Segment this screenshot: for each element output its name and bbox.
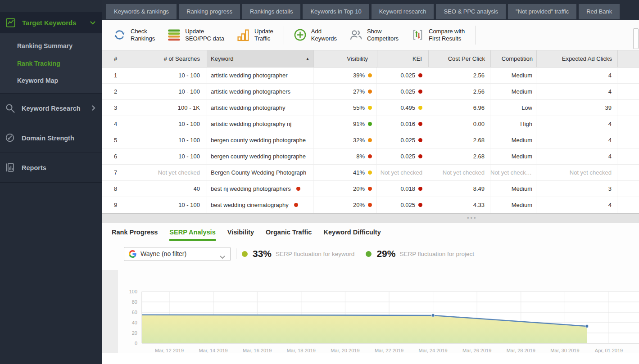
kei-status-dot <box>418 203 422 207</box>
cell-kei: 0.025 <box>377 148 428 164</box>
top-tab-keyword-research[interactable]: Keyword research <box>372 4 434 19</box>
sidebar-item-keyword-research[interactable]: Keyword Research <box>0 93 102 123</box>
table-row[interactable]: 510 - 100bergen county wedding photograp… <box>102 132 639 148</box>
show-competitors-button[interactable]: ShowCompetitors <box>349 28 399 42</box>
column-header-of-searches[interactable]: # of Searches <box>129 50 207 67</box>
update-seo-ppc-data-button[interactable]: UpdateSEO/PPC data <box>167 28 224 42</box>
table-row[interactable]: 110 - 100artistic wedding photographer39… <box>102 67 639 84</box>
sidebar-item-ranking-summary[interactable]: Ranking Summary <box>0 41 102 50</box>
cell-filler <box>617 84 639 99</box>
visibility-value: 8% <box>356 153 365 160</box>
cell-visibility: 41% <box>313 165 377 180</box>
cell-searches: 10 - 100 <box>129 84 207 99</box>
kei-status-dot <box>418 187 422 191</box>
row-number: 2 <box>114 88 117 95</box>
sidebar-item-rank-tracking[interactable]: Rank Tracking <box>0 59 102 68</box>
cpc-value: 8.49 <box>473 185 485 192</box>
toolbar-divider <box>475 26 476 45</box>
cell-cost-per-click: 2.56 <box>428 84 490 99</box>
reports-icon <box>5 162 16 173</box>
tab-visibility[interactable]: Visibility <box>227 229 254 241</box>
searches-value: 10 - 100 <box>178 121 200 127</box>
column-header-visibility[interactable]: Visibility <box>314 50 377 67</box>
compare-with-first-results-button[interactable]: Compare withFirst Results <box>411 28 465 42</box>
cell-competition: Medium <box>490 148 536 164</box>
searches-value: 10 - 100 <box>178 88 200 95</box>
keyword-value: artistic wedding photographers <box>211 88 290 95</box>
tab-keyword-difficulty[interactable]: Keyword Difficulty <box>323 229 381 241</box>
cell-cost-per-click: 8.49 <box>428 181 490 197</box>
table-row[interactable]: 910 - 100best wedding cinematography20%0… <box>102 197 639 213</box>
cell-expected-ad-clicks: 4 <box>536 132 617 148</box>
toolbar-button-label: UpdateTraffic <box>254 28 273 42</box>
column-header-[interactable]: # <box>102 50 129 67</box>
cell-kei: 0.025 <box>377 67 428 83</box>
cell-filler <box>617 197 639 213</box>
check-rankings-button[interactable]: CheckRankings <box>113 28 155 42</box>
column-header-kei[interactable]: KEI <box>377 50 429 67</box>
cell-keyword: artistic wedding photography nj <box>207 116 313 132</box>
cell-kei: 0.495 <box>377 100 428 116</box>
tab-organic-traffic[interactable]: Organic Traffic <box>266 229 312 241</box>
toolbar-label-line1: Update <box>185 28 224 35</box>
add-keywords-button[interactable]: AddKeywords <box>293 28 337 42</box>
update-traffic-button[interactable]: UpdateTraffic <box>236 28 273 42</box>
chevron-down-icon <box>90 18 95 27</box>
visibility-value: 55% <box>353 104 365 111</box>
column-header-keyword[interactable]: Keyword▲ <box>207 50 314 67</box>
top-tab-keywords-in-top-10[interactable]: Keywords in Top 10 <box>303 4 369 19</box>
table-row[interactable]: 840best nj wedding photographers20%0.018… <box>102 181 639 197</box>
top-tab-ranking-progress[interactable]: Ranking progress <box>179 4 240 19</box>
sidebar-item-keyword-map[interactable]: Keyword Map <box>0 76 102 85</box>
visibility-status-dot <box>368 106 372 110</box>
table-row[interactable]: 210 - 100artistic wedding photographers2… <box>102 84 639 100</box>
table-row[interactable]: 410 - 100artistic wedding photography nj… <box>102 116 639 132</box>
cell-expected-ad-clicks: 4 <box>536 148 617 164</box>
column-header-expected-ad-clicks[interactable]: Expected Ad Clicks <box>537 50 618 67</box>
ad-clicks-value: 4 <box>608 121 612 127</box>
rank-tracker-window: Target Keywords Ranking SummaryRank Trac… <box>0 0 639 364</box>
column-header-cost-per-click[interactable]: Cost Per Click <box>429 50 491 67</box>
fluctuation-label: SERP fluctuation for project <box>399 251 474 257</box>
cell-kei: 0.018 <box>377 181 428 197</box>
sidebar-item-target-keywords[interactable]: Target Keywords <box>0 12 102 33</box>
top-tab-red-bank[interactable]: Red Bank <box>579 4 620 19</box>
cell-expected-ad-clicks: 4 <box>536 197 617 213</box>
competition-value: Medium <box>512 202 532 208</box>
svg-text:Apr, 01 2019: Apr, 01 2019 <box>595 348 623 353</box>
fluctuation-divider <box>236 248 236 259</box>
sidebar-item-reports[interactable]: Reports <box>0 153 102 182</box>
sidebar-item-domain-strength[interactable]: Domain Strength <box>0 123 102 153</box>
table-row[interactable]: 3100 - 1Kartistic wedding photography55%… <box>102 100 639 116</box>
tab-serp-analysis[interactable]: SERP Analysis <box>169 229 215 241</box>
cell-row-number: 3 <box>102 100 129 116</box>
top-tab-keywords-rankings[interactable]: Keywords & rankings <box>106 4 177 19</box>
cell-expected-ad-clicks: 39 <box>536 100 617 116</box>
splitter-handle[interactable]: ••• <box>467 215 477 221</box>
top-tab-seo-ppc-analysis[interactable]: SEO & PPC analysis <box>436 4 506 19</box>
column-header-competition[interactable]: Competition <box>491 50 537 67</box>
searches-value: 40 <box>194 185 200 192</box>
searches-value: 10 - 100 <box>178 202 200 208</box>
panel-splitter[interactable]: ••• <box>102 213 639 223</box>
table-row[interactable]: 610 - 100bergen county wedding photograp… <box>102 148 639 165</box>
search-engine-select[interactable]: Wayne (no filter) <box>124 247 231 261</box>
tab-rank-progress[interactable]: Rank Progress <box>112 229 158 241</box>
top-tab-not-provided-traffic[interactable]: "Not provided" traffic <box>508 4 576 19</box>
ad-clicks-value: 3 <box>608 185 612 192</box>
vertical-scrollbar-thumb[interactable] <box>633 28 639 49</box>
gauge-icon <box>5 133 16 144</box>
cell-competition: Low <box>490 100 536 116</box>
row-number: 1 <box>114 72 117 79</box>
column-header-label: Cost Per Click <box>448 55 485 62</box>
cell-cost-per-click: 6.96 <box>428 100 490 116</box>
sidebar: Target Keywords Ranking SummaryRank Trac… <box>0 0 102 364</box>
traffic-icon <box>236 28 250 42</box>
cell-keyword: best wedding cinematography <box>207 197 313 213</box>
sidebar-item-label: Target Keywords <box>22 19 77 27</box>
table-row[interactable]: 7Not yet checkedBergen County Wedding Ph… <box>102 165 639 181</box>
top-tab-rankings-details[interactable]: Rankings details <box>242 4 300 19</box>
cpc-value: 4.33 <box>473 202 485 208</box>
cpc-value: 0.00 <box>473 121 485 127</box>
kei-status-dot <box>418 106 422 110</box>
